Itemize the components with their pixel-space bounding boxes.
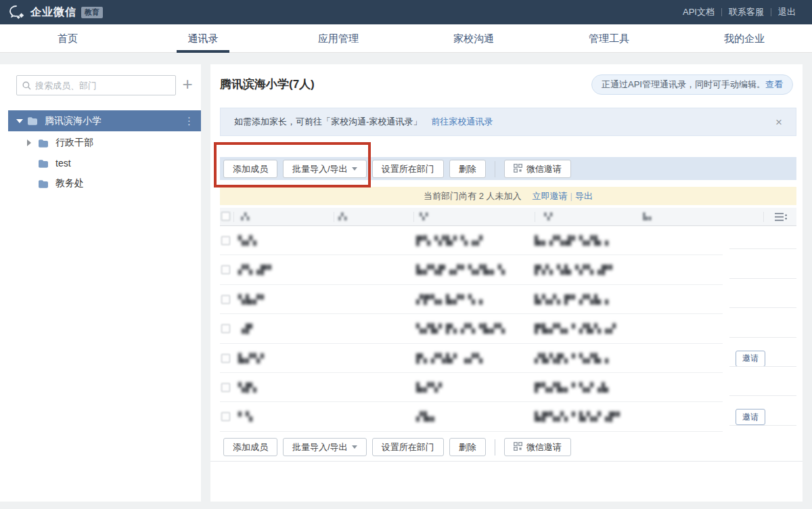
table-row[interactable]: ▚▞▖ ▛▚▝▞▙▘▚▗▞ ▙▖▞▚▟▘▚▞▙▗	[210, 226, 803, 255]
tab-app-management[interactable]: 应用管理	[271, 24, 406, 53]
export-link[interactable]: 导出	[575, 191, 593, 201]
row-checkbox[interactable]	[221, 324, 230, 333]
main-panel: 腾讯滨海小学(7人) 正通过API管理通讯录，同时可手动编辑。 查看 如需添加家…	[210, 64, 803, 502]
dept-jiaowuchu[interactable]: 教务处	[0, 173, 201, 194]
folder-icon	[38, 159, 49, 168]
member-name-redacted: ▚▙▞▘	[238, 294, 268, 305]
row-checkbox[interactable]	[221, 295, 230, 304]
tab-home[interactable]: 首页	[0, 24, 135, 53]
member-account-redacted: ▙▞▚▛▗▞▘▚▞▙▖▚	[416, 265, 505, 275]
table-row[interactable]: ▗▛ ▚▞▙▘▛▖▞▚▝▙▞▚ ▛▙▞▚▖▘▞▙▚▗▞	[210, 314, 803, 343]
department-label: 腾讯滨海小学	[45, 115, 102, 127]
table-row[interactable]: ▙▞▚▘ ▛▖▞▚▙▘▗▞▚ ▞▙▚▛▖▘▚▞▙▗ 邀请	[210, 344, 803, 373]
department-label: 行政干部	[55, 137, 93, 149]
set-department-button[interactable]: 设置所在部门	[372, 438, 444, 456]
table-header: ▗▚ ▞▖ ▚▘ ▝▞ ▙▖	[220, 208, 796, 226]
nav-tab-label: 应用管理	[318, 32, 359, 45]
add-member-button[interactable]: 添加成员	[223, 438, 277, 456]
row-checkbox[interactable]	[221, 354, 230, 363]
column-settings-icon[interactable]	[774, 212, 788, 222]
api-notice: 正通过API管理通讯录，同时可手动编辑。 查看	[591, 74, 793, 95]
member-phone-redacted: ▙▛▚▞▖▘▙▚▞▗▛▘	[535, 412, 624, 422]
button-label: 微信邀请	[526, 441, 562, 453]
rail-divider	[729, 395, 796, 396]
tab-admin-tools[interactable]: 管理工具	[541, 24, 677, 53]
row-checkbox[interactable]	[221, 412, 230, 421]
tab-my-enterprise[interactable]: 我的企业	[677, 24, 812, 53]
header-col-redacted: ▚▘	[420, 213, 431, 220]
search-input[interactable]	[35, 81, 170, 91]
button-label: 设置所在部门	[382, 163, 434, 175]
tab-contacts[interactable]: 通讯录	[135, 24, 271, 53]
row-checkbox[interactable]	[221, 265, 230, 274]
rail-divider	[729, 337, 796, 338]
chevron-down-icon	[352, 445, 357, 449]
delete-button[interactable]: 删除	[449, 160, 486, 178]
row-checkbox[interactable]	[221, 236, 230, 245]
department-tree: 腾讯滨海小学 ⋮ 行政干部 test 教务处	[0, 110, 201, 194]
row-checkbox[interactable]	[221, 383, 230, 392]
batch-import-export-button[interactable]: 批量导入/导出	[283, 160, 367, 178]
member-name-redacted: ▞▚▗▛▘	[238, 265, 275, 275]
api-notice-view-link[interactable]: 查看	[765, 79, 783, 91]
search-box[interactable]	[16, 75, 176, 95]
wechat-invite-button[interactable]: 微信邀请	[504, 160, 571, 178]
delete-button[interactable]: 删除	[449, 438, 486, 456]
member-name-redacted: ▚▞▖	[238, 236, 261, 246]
header-col-redacted: ▞▖	[338, 213, 350, 220]
table-row[interactable]: ▚▛▖ ▙▞▚▘ ▛▚▞▙▖▘▚▞▗▙	[210, 373, 803, 402]
table-row[interactable]: ▞▚▗▛▘ ▙▞▚▛▗▞▘▚▞▙▖▚ ▛▞▖▚▙▝▞▚▗▛▘	[210, 255, 803, 284]
table-row[interactable]: ▚▙▞▘ ▞▛▚▖▙▞▘▚▗ ▙▚▞▖▛▘▞▚▙▗	[210, 285, 803, 314]
collapse-arrow-icon[interactable]	[27, 139, 31, 146]
api-notice-text: 正通过API管理通讯录，同时可手动编辑。	[602, 79, 765, 91]
top-bar: 企业微信 教育 API文档联系客服退出	[0, 0, 812, 24]
more-menu-icon[interactable]: ⋮	[184, 118, 194, 125]
add-department-button[interactable]: +	[177, 74, 198, 94]
member-phone-redacted: ▞▙▚▛▖▘▚▞▙▗	[535, 353, 609, 363]
member-name-redacted: ▙▞▚▘	[238, 353, 268, 363]
api-docs-link[interactable]: API文档	[676, 6, 721, 18]
page-title: 腾讯滨海小学(7人)	[220, 76, 315, 92]
member-account-redacted: ▛▚▝▞▙▘▚▗▞	[416, 236, 483, 246]
contact-support-link[interactable]: 联系客服	[722, 6, 771, 18]
wework-bubble-icon	[9, 5, 26, 20]
rail-divider	[729, 307, 796, 308]
invite-button[interactable]: 邀请	[736, 409, 765, 425]
join-status-text: 当前部门尚有 2 人未加入	[424, 190, 521, 202]
logout-link[interactable]: 退出	[771, 6, 803, 18]
toolbar-divider	[495, 439, 495, 456]
dept-test[interactable]: test	[0, 153, 201, 173]
nav-tab-label: 首页	[58, 32, 78, 45]
batch-import-export-button[interactable]: 批量导入/导出	[283, 438, 367, 456]
topbar-links: API文档联系客服退出	[676, 6, 803, 18]
parent-banner-text: 如需添加家长，可前往「家校沟通-家校通讯录」	[234, 116, 422, 128]
nav-tab-label: 管理工具	[589, 32, 629, 45]
department-label: test	[55, 158, 71, 169]
department-label: 教务处	[55, 177, 84, 190]
add-member-button[interactable]: 添加成员	[223, 160, 277, 178]
member-account-redacted: ▚▞▙▘▛▖▞▚▝▙▞▚	[416, 324, 505, 334]
button-label: 批量导入/导出	[292, 441, 348, 453]
wechat-invite-button[interactable]: 微信邀请	[504, 438, 571, 456]
link-separator: |	[568, 191, 575, 201]
tab-school-communication[interactable]: 家校沟通	[406, 24, 541, 53]
button-label: 批量导入/导出	[292, 163, 348, 175]
dept-xingzheng-ganbu[interactable]: 行政干部	[0, 133, 201, 153]
expand-arrow-icon[interactable]	[16, 119, 23, 123]
column-divider	[413, 212, 414, 222]
qr-code-icon	[514, 442, 522, 453]
table-row[interactable]: ▘▚ ▞▙▖ ▙▛▚▞▖▘▙▚▞▗▛▘ 邀请	[210, 402, 803, 431]
set-department-button[interactable]: 设置所在部门	[372, 160, 444, 178]
dept-tencent-binhai-primary[interactable]: 腾讯滨海小学 ⋮	[8, 110, 201, 131]
select-all-checkbox[interactable]	[221, 212, 230, 221]
close-icon[interactable]: ×	[775, 116, 782, 128]
button-label: 设置所在部门	[382, 441, 434, 453]
column-divider	[535, 212, 535, 222]
member-name-redacted: ▚▛▖	[238, 382, 261, 393]
goto-school-contacts-link[interactable]: 前往家校通讯录	[431, 116, 493, 128]
invite-button[interactable]: 邀请	[736, 351, 765, 367]
header-col-redacted: ▗▚	[238, 213, 250, 220]
member-name-redacted: ▗▛	[238, 324, 253, 334]
sidebar: + 腾讯滨海小学 ⋮ 行政干部 test 教务处	[0, 64, 201, 502]
invite-now-link[interactable]: 立即邀请	[533, 191, 568, 201]
